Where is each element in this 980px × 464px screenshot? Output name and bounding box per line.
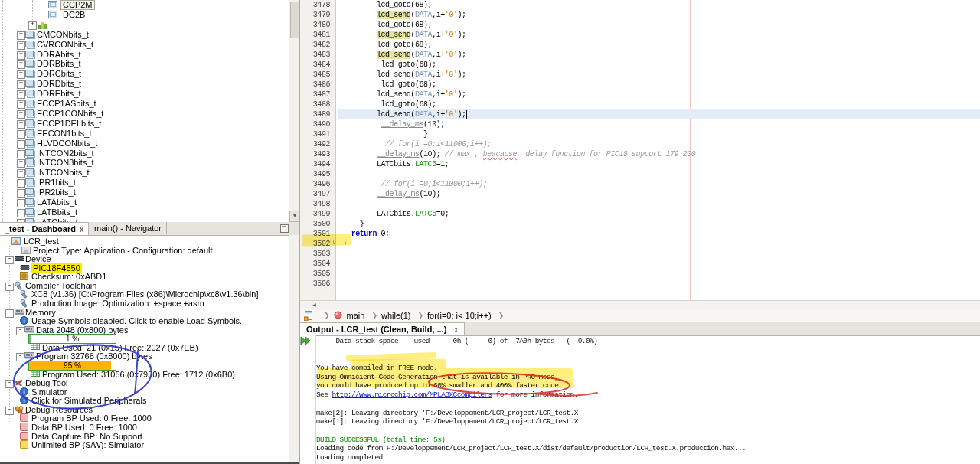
tree-item-ddrdbits_t[interactable]: +DDRDbits_t — [0, 79, 299, 89]
breadcrumb-item[interactable] — [304, 311, 317, 320]
line-number[interactable]: 3499 — [300, 209, 335, 219]
dashboard-item[interactable]: Checksum: 0xABD1 — [0, 272, 289, 281]
line-number[interactable]: 3486 — [300, 80, 335, 90]
tree-item-ddrcbits_t[interactable]: +DDRCbits_t — [0, 69, 299, 79]
tree-item[interactable]: + — [0, 20, 299, 30]
dashboard-item[interactable]: Data Capture BP: No Support — [0, 432, 289, 441]
expand-icon[interactable]: + — [17, 41, 25, 50]
line-number[interactable]: 3488 — [300, 100, 335, 109]
tree-item-dc2b[interactable]: DC2B — [0, 10, 299, 20]
expand-icon[interactable]: + — [17, 70, 25, 79]
expand-icon[interactable]: + — [17, 150, 25, 158]
line-number[interactable]: 3480 — [300, 20, 335, 30]
line-number[interactable]: 3487 — [300, 90, 335, 100]
tab-output[interactable]: Output - LCR_test (Clean, Build, ...)x — [300, 322, 465, 335]
expand-icon[interactable]: + — [17, 31, 25, 40]
tree-item-eccp1delbits_t[interactable]: +ECCP1DELbits_t — [0, 119, 299, 129]
dashboard-item[interactable]: Click for Simulated Peripherals — [0, 396, 289, 405]
line-number[interactable]: 3484 — [300, 60, 335, 70]
dashboard-item[interactable]: Program Used: 31056 (0x7950) Free: 1712 … — [0, 370, 289, 379]
line-number[interactable]: 3506 — [300, 279, 335, 289]
code-area[interactable]: lcd_goto(68); lcd_send(DATA,i+'0'); lcd_… — [338, 0, 980, 300]
line-number[interactable]: 3489 — [300, 109, 335, 119]
line-number[interactable]: 3479 — [300, 10, 335, 20]
expand-icon[interactable]: + — [17, 51, 25, 60]
tree-item-cvrconbits_t[interactable]: +CVRCONbits_t — [0, 40, 299, 50]
memory-usage-bar[interactable]: 95 % — [0, 361, 289, 370]
dashboard-item[interactable]: Program BP Used: 0 Free: 1000 — [0, 413, 289, 423]
line-number[interactable]: 3501 — [300, 229, 335, 239]
expand-icon[interactable]: + — [17, 179, 25, 188]
dashboard-item[interactable]: Data Used: 21 (0x15) Free: 2027 (0x7EB) — [0, 343, 289, 352]
output-console[interactable]: Data stack space used 0h ( 0) of 7A0h by… — [316, 335, 980, 464]
tree-item-intconbits_t[interactable]: +INTCONbits_t — [0, 168, 299, 178]
line-number[interactable]: 3500 — [300, 219, 335, 229]
expand-icon[interactable]: + — [17, 90, 25, 99]
breadcrumb-item-while[interactable]: while(1) — [381, 311, 411, 320]
line-number[interactable]: 3497 — [300, 189, 335, 199]
tree-item-eecon1bits_t[interactable]: +EECON1bits_t — [0, 129, 299, 139]
dashboard-item[interactable]: XC8 (v1.36) [C:\Program Files (x86)\Micr… — [0, 289, 289, 299]
tree-item-ddrabits_t[interactable]: +DDRAbits_t — [0, 50, 299, 60]
line-number[interactable]: 3495 — [300, 169, 335, 179]
tree-item-cmconbits_t[interactable]: +CMCONbits_t — [0, 30, 299, 40]
breadcrumb-item-main[interactable]: main — [334, 311, 365, 320]
dashboard-item[interactable]: LCR_test — [0, 237, 289, 246]
expand-icon[interactable]: + — [17, 60, 25, 69]
line-number[interactable]: 3503 — [300, 249, 335, 259]
code-editor[interactable]: 3478347934803481348234833484348534863487… — [299, 0, 980, 300]
line-number[interactable]: 3493 — [300, 149, 335, 159]
dashboard-item[interactable]: Production Image: Optimization: +space +… — [0, 299, 289, 308]
tree-item-ipr2bits_t[interactable]: +IPR2bits_t — [0, 188, 299, 198]
breadcrumb-item-for[interactable]: for(i=0; i< 10;i++) — [427, 311, 492, 320]
dashboard-item[interactable]: -Data 2048 (0x800) bytes — [0, 325, 289, 335]
dashboard-item[interactable]: Unlimited BP (S/W): Simulator — [0, 440, 289, 449]
tree-item-eccp1asbits_t[interactable]: +ECCP1ASbits_t — [0, 99, 299, 109]
line-number[interactable]: 3490 — [300, 119, 335, 129]
expand-icon[interactable]: + — [17, 130, 25, 139]
line-number[interactable]: 3483 — [300, 50, 335, 60]
dashboard-scrollbar[interactable] — [289, 235, 299, 462]
fold-end-marker[interactable]: └ — [332, 240, 335, 247]
expand-icon[interactable]: + — [28, 21, 37, 30]
expand-icon[interactable]: + — [17, 189, 25, 198]
editor-gutter[interactable]: 3478347934803481348234833484348534863487… — [300, 0, 336, 300]
tree-item-ipr1bits_t[interactable]: +IPR1bits_t — [0, 178, 299, 188]
expand-icon[interactable]: + — [17, 169, 25, 178]
tree-item-eccp1conbits_t[interactable]: +ECCP1CONbits_t — [0, 109, 299, 119]
line-number[interactable]: 3502 — [300, 239, 335, 249]
line-number[interactable]: 3498 — [300, 199, 335, 209]
expand-icon[interactable]: + — [17, 110, 25, 119]
expand-icon[interactable]: + — [17, 100, 25, 109]
tree-item-intcon2bits_t[interactable]: +INTCON2bits_t — [0, 149, 299, 158]
line-number[interactable]: 3481 — [300, 30, 335, 40]
dashboard-item[interactable]: -Program 32768 (0x8000) bytes — [0, 351, 289, 361]
memory-usage-bar[interactable]: 1 % — [0, 334, 289, 343]
rerun-build-icon[interactable] — [300, 335, 312, 346]
dashboard-item[interactable]: Data BP Used: 0 Free: 1000 — [0, 423, 289, 432]
scroll-left-arrow-icon[interactable]: ◄ — [310, 302, 318, 309]
expand-icon[interactable]: + — [17, 120, 25, 129]
tree-vertical-scrollbar[interactable]: ▼ — [289, 0, 299, 222]
scrollbar-thumb[interactable] — [290, 2, 299, 38]
dashboard-item[interactable]: -Debug Tool — [0, 378, 289, 387]
close-icon[interactable]: x — [454, 325, 458, 334]
line-number[interactable]: 3491 — [300, 129, 335, 139]
dashboard-item[interactable]: -Device — [0, 254, 289, 263]
tab-navigator[interactable]: main() - Navigator — [90, 222, 167, 234]
output-hyperlink[interactable]: http://www.microchip.com/MPLABXCcompiler… — [332, 390, 492, 399]
dashboard-item[interactable]: Usage Symbols disabled. Click to enable … — [0, 316, 289, 325]
line-number[interactable]: 3496 — [300, 179, 335, 189]
tree-item-latbbits_t[interactable]: +LATBbits_t — [0, 207, 299, 217]
types-tree-panel[interactable]: CCP2MDC2B++CMCONbits_t+CVRCONbits_t+DDRA… — [0, 0, 299, 223]
tree-item-hlvdconbits_t[interactable]: +HLVDCONbits_t — [0, 139, 299, 149]
line-number[interactable]: 3504 — [300, 259, 335, 269]
tree-item-intcon3bits_t[interactable]: +INTCON3bits_t — [0, 158, 299, 168]
expand-icon[interactable]: + — [17, 199, 25, 207]
line-number[interactable]: 3505 — [300, 269, 335, 279]
dashboard-item[interactable]: Project Type: Application - Configuratio… — [0, 246, 289, 255]
dashboard-item[interactable]: Simulator — [0, 387, 289, 397]
window-float-icon[interactable] — [280, 224, 289, 233]
scroll-down-arrow-icon[interactable]: ▼ — [289, 211, 299, 222]
expand-icon[interactable]: + — [17, 209, 25, 217]
